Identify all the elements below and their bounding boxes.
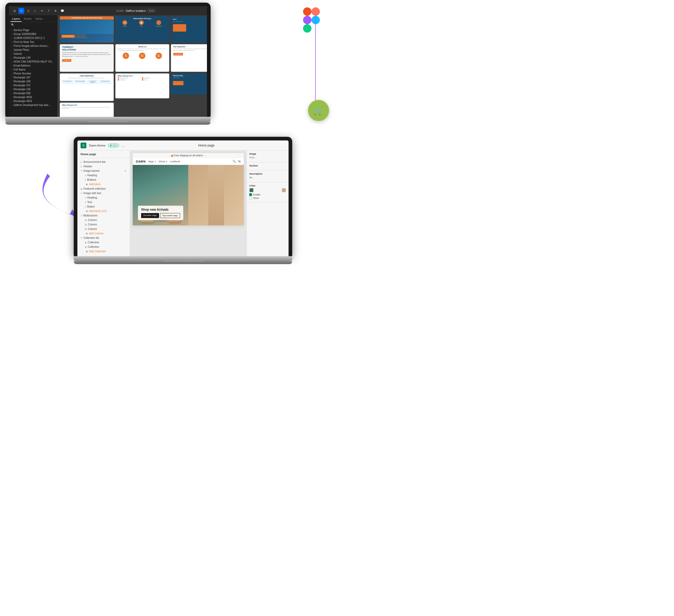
tree-column-1[interactable]: ⊞ Column <box>78 218 130 222</box>
layer-item-113894[interactable]: □ 113894-OOR2CK-829 (1 1 <box>9 36 58 40</box>
tab-variations[interactable]: Variat... <box>34 16 46 22</box>
cart-nav-icon[interactable]: 🛍 <box>238 160 241 163</box>
text-tool-icon[interactable]: T <box>46 8 51 14</box>
layer-item-rect168[interactable]: □ Rectangle 168 <box>9 80 58 84</box>
dots-menu[interactable]: ... <box>122 143 125 148</box>
layer-item-email[interactable]: □ Email Address <box>9 64 58 67</box>
tree-iwt-heading[interactable]: ≡ Heading <box>78 195 130 200</box>
tree-collection-list[interactable]: ▽ Collection list <box>78 236 130 240</box>
tree-add-block-2[interactable]: ⊕ Add block (1/2) <box>78 209 130 213</box>
checkbox-unchecked[interactable] <box>249 197 252 199</box>
tree-item-label: Add Collection <box>89 250 106 253</box>
tree-item-label: Heading <box>87 174 97 177</box>
get-quote-btn[interactable]: Get A Quote <box>76 35 86 38</box>
grid-tool-icon[interactable]: ⊞ <box>12 8 17 14</box>
construct-icon: 🔨 <box>156 20 161 25</box>
layer-item-saffron-dev[interactable]: □ Saffron Development has bee... <box>9 103 58 107</box>
tab-layers[interactable]: Layers <box>11 16 22 22</box>
tree-item-label: Column <box>88 227 97 230</box>
nav-lookbook[interactable]: Lookbook <box>170 160 180 163</box>
tree-iwt-button[interactable]: ≡ Button <box>78 204 130 209</box>
layer-item-service-page[interactable]: □ Service Page <box>9 28 58 32</box>
top-handle-btn[interactable]: Top handle bags <box>160 213 180 218</box>
tree-image-banner[interactable]: ▽ Image banner 👁 <box>78 169 130 173</box>
stats-row: 40+Yrs 20+Pro 60+Proj <box>116 51 169 60</box>
tree-icon: ⊞ <box>85 228 87 230</box>
layer-item-rect139[interactable]: □ Rectangle 139 <box>9 56 58 60</box>
pen-tool-icon[interactable]: ✒ <box>39 8 45 14</box>
layer-icon: □ <box>11 68 12 71</box>
eye-icon[interactable]: 👁 <box>124 170 127 172</box>
layer-item-findus[interactable]: □ Find Us Near You <box>9 40 58 44</box>
search-icon: 🔍 <box>11 23 14 26</box>
layer-icon: □ <box>11 29 12 31</box>
component-tool-icon[interactable]: ❖ <box>53 8 59 14</box>
tree-heading[interactable]: ≡ Heading <box>78 173 130 177</box>
layer-label: 113894-OOR2CK-829 (1 1 <box>13 36 45 39</box>
why-item-4: On Time <box>142 79 165 81</box>
turnkey-title: TURNKEYSOLUTIONS <box>60 44 113 52</box>
layer-item-rect136[interactable]: □ Rectangle 136 <box>9 87 58 91</box>
layer-item-rect4816[interactable]: □ Rectangle 4816 <box>9 99 58 103</box>
why-item-3: Cost Effective <box>118 79 141 81</box>
layer-item-group[interactable]: □ Group 1000002866 <box>9 32 58 36</box>
layer-label: Group 1000002866 <box>13 33 36 35</box>
tree-icon: ◈ <box>81 187 82 190</box>
expertise-btn[interactable]: Get A Quote <box>173 53 183 55</box>
layer-item-submit[interactable]: □ Submit <box>9 52 58 56</box>
plus-icon: ⊕ <box>86 183 88 186</box>
services-title: OUR SERVICES <box>60 73 113 77</box>
turnkey-btn[interactable]: TurnKey Solutions <box>61 35 75 38</box>
tree-add-column[interactable]: ⊕ Add Column <box>78 231 130 236</box>
tab-assets[interactable]: Assets <box>22 16 33 22</box>
layer-list: □ Service Page □ Group 1000002866 □ 1138… <box>9 28 58 108</box>
layer-item-rect4836[interactable]: □ Rectangle 4836 <box>9 95 58 99</box>
layer-label: Rectangle 372 <box>13 84 30 87</box>
tree-collection-2[interactable]: ◈ Collection <box>78 245 130 249</box>
live-dot <box>110 145 112 146</box>
tree-icon: ▷ <box>81 161 82 163</box>
tree-featured-collection[interactable]: ◈ Featured collection <box>78 186 130 191</box>
tree-multicolumn[interactable]: ▽ Multicolumn <box>78 213 130 218</box>
tree-image-with-text[interactable]: ▽ Image with text <box>78 191 130 195</box>
color-swatch-2[interactable] <box>282 188 286 192</box>
layer-item-rect167[interactable]: □ Rectangle 167 <box>9 75 58 80</box>
checkbox-checked[interactable] <box>249 193 252 196</box>
top-laptop-screen-outer: ⊞ ↖ ⊡ ◇ ✒ T ❖ 💬 Drafts Saffron builders … <box>5 3 211 117</box>
nav-bags[interactable]: Bags ∨ <box>148 160 156 163</box>
layer-item-phone[interactable]: □ Phone Number <box>9 71 58 75</box>
cursor-tool-icon[interactable]: ↖ <box>18 8 24 14</box>
layer-item-upload[interactable]: □ Upload Plans <box>9 48 58 52</box>
nav-shoes[interactable]: Shoes ∨ <box>158 160 168 163</box>
comment-tool-icon[interactable]: 💬 <box>60 8 65 14</box>
layer-item-fullname[interactable]: □ Full Name <box>9 67 58 71</box>
tree-iwt-text[interactable]: ≡ Text <box>78 200 130 204</box>
tree-header[interactable]: ▷ Header <box>78 164 130 169</box>
color-swatch-1[interactable] <box>249 188 253 192</box>
figma-purple-circle <box>303 16 312 24</box>
tree-column-2[interactable]: ⊞ Column <box>78 222 130 227</box>
tree-collection-1[interactable]: ◈ Collection <box>78 240 130 245</box>
tree-announcement-bar[interactable]: ▷ Announcement bar <box>78 160 130 164</box>
tree-buttons[interactable]: ≡ Buttons <box>78 177 130 182</box>
section-title-color: Color <box>249 184 286 187</box>
tree-add-collection[interactable]: ⊕ Add Collection <box>78 249 130 254</box>
shopify-preview: 🚚 Free shipping on all orders! → DAWN Ba… <box>133 153 244 225</box>
shape-tool-icon[interactable]: ◇ <box>32 8 38 14</box>
frame-tool-icon[interactable]: ⊡ <box>25 8 31 14</box>
turnkey-body: Saffron Development LLC is a full servic… <box>60 52 113 57</box>
canvas-content: CONVERTING DREAMS INTO REALITIES TurnKey… <box>60 16 207 117</box>
tree-add-block[interactable]: ⊕ Add block <box>78 182 130 186</box>
tree-column-3[interactable]: ⊞ Column <box>78 227 130 231</box>
shoulder-bags-btn[interactable]: Shoulder bags <box>141 213 159 218</box>
search-nav-icon[interactable]: 🔍 <box>232 160 236 163</box>
why-item-1: Experienced Team <box>118 77 141 79</box>
layer-item-rect372[interactable]: □ Rectangle 372 <box>9 84 58 87</box>
layer-item-primis[interactable]: □ Primis feugiat ultrices rhoncu... <box>9 44 58 48</box>
layer-label: HOW CAN SAFFRON HELP YO... <box>13 60 54 63</box>
layer-item-howcan[interactable]: □ HOW CAN SAFFRON HELP YO... <box>9 60 58 64</box>
turnkey-contact-btn[interactable]: Contact Us <box>62 59 71 62</box>
panel-services: OUR SERVICES Saffron Development has bee… <box>60 73 114 101</box>
section-row-bo: Bo... <box>249 176 286 179</box>
layer-item-rect568[interactable]: □ Rectangle 568 <box>9 91 58 95</box>
